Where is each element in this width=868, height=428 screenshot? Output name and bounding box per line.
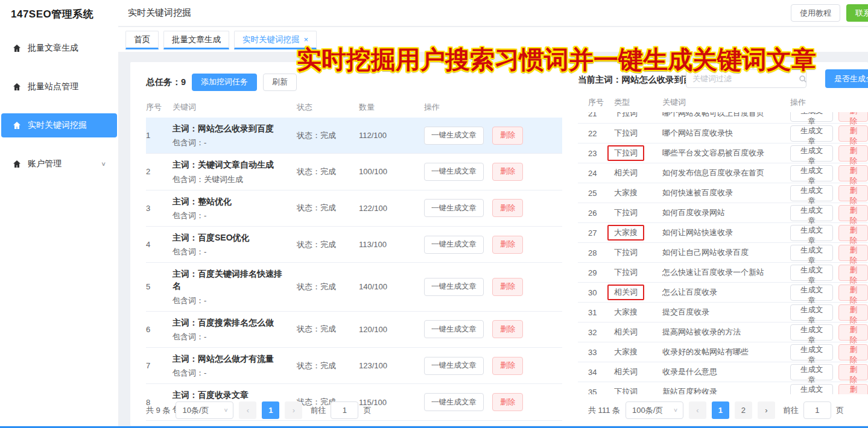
delete-button[interactable]: 删除 bbox=[838, 145, 868, 162]
next-page-button[interactable]: › bbox=[758, 401, 775, 419]
generate-article-button[interactable]: 生成文章 bbox=[790, 205, 833, 221]
generate-article-button[interactable]: 一键生成文章 bbox=[424, 278, 484, 296]
keyword-row: 22下拉词哪个网站百度收录快生成文章删除 bbox=[578, 124, 868, 143]
tab-home[interactable]: 首页 bbox=[125, 31, 159, 49]
page-size-select[interactable]: 10条/页∨ bbox=[176, 401, 233, 419]
keyword-actions: 生成文章删除 bbox=[790, 265, 868, 281]
keyword-table-scroll-area[interactable]: 21下拉词哪个网站发帖可以上百度首页生成文章删除22下拉词哪个网站百度收录快生成… bbox=[578, 112, 868, 394]
generate-article-button[interactable]: 一键生成文章 bbox=[424, 320, 484, 338]
delete-button[interactable]: 删除 bbox=[838, 225, 868, 241]
generate-article-button[interactable]: 一键生成文章 bbox=[424, 127, 484, 145]
page-button-1[interactable]: 1 bbox=[712, 401, 729, 419]
prev-page-button[interactable]: ‹ bbox=[239, 401, 256, 419]
keyword-text: 收录是什么意思 bbox=[662, 367, 790, 377]
keyword-actions: 生成文章删除 bbox=[790, 205, 868, 221]
generate-article-button[interactable]: 生成文章 bbox=[790, 225, 833, 241]
delete-button[interactable]: 删除 bbox=[838, 265, 868, 281]
contact-button[interactable]: 联系客服 bbox=[846, 4, 868, 22]
generate-article-button[interactable]: 生成文章 bbox=[790, 344, 833, 360]
prev-page-button[interactable]: ‹ bbox=[689, 401, 706, 419]
delete-button[interactable]: 删除 bbox=[838, 165, 868, 181]
delete-button[interactable]: 删除 bbox=[492, 163, 523, 181]
goto-page-input[interactable] bbox=[803, 401, 831, 419]
keyword-row: 30相关词怎么让百度收录生成文章删除 bbox=[578, 283, 868, 303]
page-size-select[interactable]: 100条/页∨ bbox=[626, 401, 683, 419]
delete-button[interactable]: 删除 bbox=[838, 185, 868, 201]
tab-batch-article[interactable]: 批量文章生成 bbox=[163, 31, 229, 49]
generate-article-button[interactable]: 生成文章 bbox=[790, 165, 833, 181]
generate-all-button[interactable]: 是否生成全部 bbox=[825, 69, 868, 88]
refresh-button[interactable]: 刷新 bbox=[263, 74, 297, 91]
delete-button[interactable]: 删除 bbox=[838, 384, 868, 395]
keyword-actions: 生成文章删除 bbox=[790, 344, 868, 360]
generate-article-button[interactable]: 生成文章 bbox=[790, 145, 833, 162]
col-keyword: 关键词 bbox=[173, 102, 297, 113]
task-count: 123/100 bbox=[359, 361, 424, 370]
keyword-type-cell: 大家搜 bbox=[614, 225, 662, 241]
delete-button[interactable]: 删除 bbox=[492, 393, 523, 411]
next-page-button[interactable]: › bbox=[285, 401, 302, 419]
generate-article-button[interactable]: 一键生成文章 bbox=[424, 199, 484, 217]
sidebar-item-realtime-keyword[interactable]: 实时关键词挖掘 bbox=[1, 113, 117, 137]
delete-button[interactable]: 删除 bbox=[492, 236, 523, 254]
generate-article-button[interactable]: 一键生成文章 bbox=[424, 236, 484, 254]
page-button-1[interactable]: 1 bbox=[262, 401, 279, 419]
task-row: 5主词：百度关键词排名快速排名包含词：-状态：完成140/100一键生成文章删除 bbox=[146, 263, 562, 312]
generate-article-button[interactable]: 生成文章 bbox=[790, 185, 833, 201]
generate-article-button[interactable]: 生成文章 bbox=[790, 285, 833, 301]
delete-button[interactable]: 删除 bbox=[492, 127, 523, 145]
generate-article-button[interactable]: 生成文章 bbox=[790, 384, 833, 395]
task-keyword-cell: 主词：百度SEO优化包含词：- bbox=[173, 231, 297, 257]
generate-article-button[interactable]: 生成文章 bbox=[790, 364, 833, 380]
delete-button[interactable]: 删除 bbox=[492, 199, 523, 217]
generate-article-button[interactable]: 生成文章 bbox=[790, 125, 833, 142]
delete-button[interactable]: 删除 bbox=[838, 285, 868, 301]
delete-button[interactable]: 删除 bbox=[838, 344, 868, 360]
keyword-type: 相关词 bbox=[614, 327, 638, 336]
keyword-type-cell: 下拉词 bbox=[614, 247, 662, 258]
keyword-text: 提交百度收录 bbox=[662, 307, 790, 318]
keyword-index: 28 bbox=[588, 248, 614, 257]
generate-article-button[interactable]: 一键生成文章 bbox=[424, 357, 484, 375]
keyword-row: 21下拉词哪个网站发帖可以上百度首页生成文章删除 bbox=[578, 112, 868, 124]
top-bar: 实时关键词挖掘 使用教程 联系客服 bbox=[118, 0, 868, 27]
keyword-type-cell: 相关词 bbox=[614, 285, 662, 300]
tutorial-button[interactable]: 使用教程 bbox=[791, 4, 840, 22]
delete-button[interactable]: 删除 bbox=[492, 320, 523, 338]
generate-article-button[interactable]: 生成文章 bbox=[790, 304, 833, 321]
generate-article-button[interactable]: 一键生成文章 bbox=[424, 393, 484, 411]
page-button-2[interactable]: 2 bbox=[735, 401, 752, 419]
keyword-index: 24 bbox=[588, 169, 614, 178]
task-status: 状态：完成 bbox=[297, 166, 359, 177]
generate-article-button[interactable]: 生成文章 bbox=[790, 324, 833, 341]
generate-article-button[interactable]: 生成文章 bbox=[790, 265, 833, 281]
sidebar-item-batch-article[interactable]: 批量文章生成 bbox=[1, 36, 117, 60]
keyword-text: 哪个网站百度收录快 bbox=[662, 128, 790, 139]
sidebar-item-account[interactable]: 账户管理∨ bbox=[1, 152, 117, 176]
add-task-button[interactable]: 添加挖词任务 bbox=[192, 74, 257, 91]
col-count: 数量 bbox=[359, 102, 424, 113]
generate-article-button[interactable]: 生成文章 bbox=[790, 245, 833, 261]
goto-page-input[interactable] bbox=[331, 401, 358, 419]
delete-button[interactable]: 删除 bbox=[838, 245, 868, 261]
delete-button[interactable]: 删除 bbox=[492, 357, 523, 375]
task-actions: 一键生成文章删除 bbox=[424, 320, 562, 338]
keyword-row: 28下拉词如何让自己网站收录百度生成文章删除 bbox=[578, 243, 868, 263]
task-main-word: 主词：百度SEO优化 bbox=[173, 231, 287, 244]
goto-page: 前往页 bbox=[310, 401, 371, 419]
generate-article-button[interactable]: 一键生成文章 bbox=[424, 163, 484, 181]
close-icon[interactable]: × bbox=[304, 36, 309, 43]
generate-article-button[interactable]: 生成文章 bbox=[790, 112, 833, 122]
delete-button[interactable]: 删除 bbox=[838, 112, 868, 122]
delete-button[interactable]: 删除 bbox=[838, 205, 868, 221]
keyword-actions: 生成文章删除 bbox=[790, 125, 868, 142]
keyword-type-cell: 下拉词 bbox=[614, 207, 662, 218]
sidebar-item-batch-site[interactable]: 批量站点管理 bbox=[1, 75, 117, 99]
delete-button[interactable]: 删除 bbox=[492, 278, 523, 296]
keyword-text: 如何百度收录网站 bbox=[662, 207, 790, 218]
keyword-type-cell: 下拉词 bbox=[614, 386, 662, 394]
delete-button[interactable]: 删除 bbox=[838, 304, 868, 321]
delete-button[interactable]: 删除 bbox=[838, 364, 868, 380]
delete-button[interactable]: 删除 bbox=[838, 324, 868, 341]
delete-button[interactable]: 删除 bbox=[838, 125, 868, 142]
